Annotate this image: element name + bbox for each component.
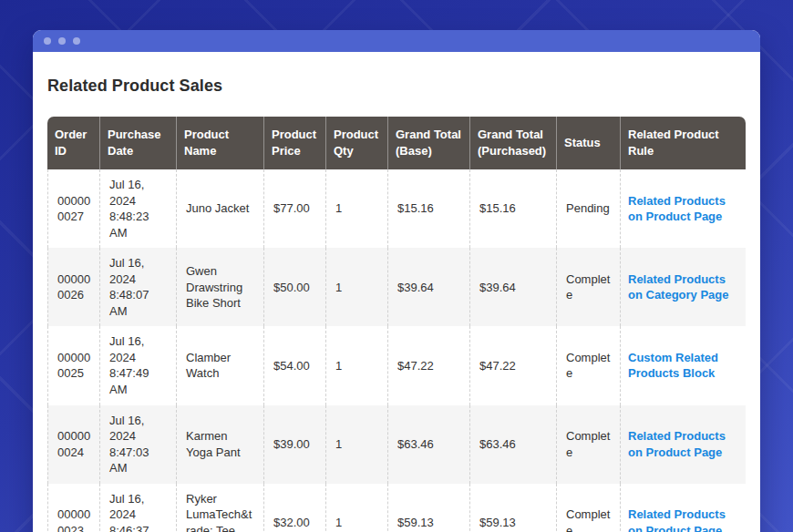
cell-grand-total-purchased: $15.16 <box>469 169 556 248</box>
cell-product-name: Ryker LumaTech&trade; Tee (Crew-neck) <box>176 484 263 532</box>
cell-product-qty: 1 <box>325 326 387 404</box>
cell-product-qty: 1 <box>325 169 387 248</box>
cell-product-price: $77.00 <box>263 169 325 248</box>
related-product-rule-link[interactable]: Related Products on Product Page <box>628 429 726 459</box>
cell-related-product-rule: Related Products on Category Page <box>620 248 746 326</box>
column-header-grand-total-purchased: Grand Total (Purchased) <box>469 117 556 169</box>
cell-purchase-date: Jul 16, 2024 8:47:03 AM <box>99 405 176 484</box>
table-row: 000000026 Jul 16, 2024 8:48:07 AM Gwen D… <box>47 248 746 326</box>
purchase-date-date: Jul 16, 2024 <box>109 333 167 365</box>
related-product-rule-link[interactable]: Custom Related Products Block <box>628 351 718 381</box>
cell-related-product-rule: Related Products on Product Page <box>620 405 746 484</box>
purchase-date-time: 8:48:07 AM <box>109 287 167 319</box>
table-header: Order ID Purchase Date Product Name Prod… <box>47 117 746 169</box>
column-header-status: Status <box>556 117 620 169</box>
cell-order-id: 000000023 <box>47 484 99 532</box>
cell-product-price: $54.00 <box>263 326 325 404</box>
purchase-date-time: 8:47:03 AM <box>109 445 167 476</box>
browser-window: Related Product Sales Order ID Purchase … <box>33 30 760 532</box>
table-row: 000000027 Jul 16, 2024 8:48:23 AM Juno J… <box>47 169 746 248</box>
cell-order-id: 000000026 <box>47 248 99 326</box>
page-content: Related Product Sales Order ID Purchase … <box>33 77 760 532</box>
column-header-product-qty: Product Qty <box>325 117 387 169</box>
cell-grand-total-base: $39.64 <box>387 248 469 326</box>
cell-grand-total-purchased: $59.13 <box>469 484 556 532</box>
table-row: 000000023 Jul 16, 2024 8:46:37 AM Ryker … <box>47 484 746 532</box>
related-product-rule-link[interactable]: Related Products on Category Page <box>628 272 729 302</box>
page-title: Related Product Sales <box>47 77 746 96</box>
cell-product-qty: 1 <box>325 405 387 484</box>
purchase-date-time: 8:47:49 AM <box>109 365 167 397</box>
related-product-rule-link[interactable]: Related Products on Product Page <box>628 194 726 224</box>
cell-product-qty: 1 <box>325 484 387 532</box>
cell-status: Complete <box>556 326 620 404</box>
cell-status: Complete <box>556 405 620 484</box>
cell-status: Complete <box>556 484 620 532</box>
cell-related-product-rule: Custom Related Products Block <box>620 326 746 404</box>
cell-grand-total-purchased: $39.64 <box>469 248 556 326</box>
purchase-date-date: Jul 16, 2024 <box>109 413 167 445</box>
cell-grand-total-purchased: $47.22 <box>469 326 556 404</box>
purchase-date-time: 8:46:37 AM <box>109 523 167 532</box>
purchase-date-date: Jul 16, 2024 <box>109 491 167 523</box>
column-header-product-name: Product Name <box>176 117 263 169</box>
cell-purchase-date: Jul 16, 2024 8:48:07 AM <box>99 248 176 326</box>
table-body: 000000027 Jul 16, 2024 8:48:23 AM Juno J… <box>47 169 746 532</box>
column-header-order-id: Order ID <box>47 117 99 169</box>
cell-order-id: 000000024 <box>47 405 99 484</box>
purchase-date-time: 8:48:23 AM <box>109 209 167 240</box>
cell-purchase-date: Jul 16, 2024 8:47:49 AM <box>99 326 176 404</box>
window-control-dot[interactable] <box>73 37 80 45</box>
cell-order-id: 000000025 <box>47 326 99 404</box>
cell-status: Pending <box>556 169 620 248</box>
related-product-sales-table: Order ID Purchase Date Product Name Prod… <box>47 117 746 532</box>
purchase-date-date: Jul 16, 2024 <box>109 177 167 209</box>
cell-product-name: Clamber Watch <box>176 326 263 404</box>
purchase-date-date: Jul 16, 2024 <box>109 255 167 287</box>
cell-grand-total-base: $63.46 <box>387 405 469 484</box>
cell-status: Complete <box>556 248 620 326</box>
cell-purchase-date: Jul 16, 2024 8:46:37 AM <box>99 484 176 532</box>
cell-product-price: $39.00 <box>263 405 325 484</box>
cell-product-name: Gwen Drawstring Bike Short <box>176 248 263 326</box>
column-header-product-price: Product Price <box>263 117 325 169</box>
cell-grand-total-purchased: $63.46 <box>469 405 556 484</box>
table-row: 000000024 Jul 16, 2024 8:47:03 AM Karmen… <box>47 405 746 484</box>
table-row: 000000025 Jul 16, 2024 8:47:49 AM Clambe… <box>47 326 746 404</box>
cell-product-name: Karmen Yoga Pant <box>176 405 263 484</box>
cell-product-name: Juno Jacket <box>176 169 263 248</box>
column-header-purchase-date: Purchase Date <box>99 117 176 169</box>
cell-purchase-date: Jul 16, 2024 8:48:23 AM <box>99 169 176 248</box>
window-titlebar <box>33 30 760 52</box>
cell-grand-total-base: $59.13 <box>387 484 469 532</box>
cell-product-price: $50.00 <box>263 248 325 326</box>
related-product-rule-link[interactable]: Related Products on Product Page <box>628 507 726 532</box>
desktop-background: { "window": { "controls": ["window-dot",… <box>0 0 793 532</box>
cell-order-id: 000000027 <box>47 169 99 248</box>
window-control-dot[interactable] <box>58 37 66 45</box>
cell-related-product-rule: Related Products on Product Page <box>620 169 746 248</box>
cell-grand-total-base: $47.22 <box>387 326 469 404</box>
column-header-related-product-rule: Related Product Rule <box>620 117 746 169</box>
window-control-dot[interactable] <box>44 37 51 45</box>
cell-product-qty: 1 <box>325 248 387 326</box>
cell-grand-total-base: $15.16 <box>387 169 469 248</box>
column-header-grand-total-base: Grand Total (Base) <box>387 117 469 169</box>
cell-product-price: $32.00 <box>263 484 325 532</box>
cell-related-product-rule: Related Products on Product Page <box>620 484 746 532</box>
